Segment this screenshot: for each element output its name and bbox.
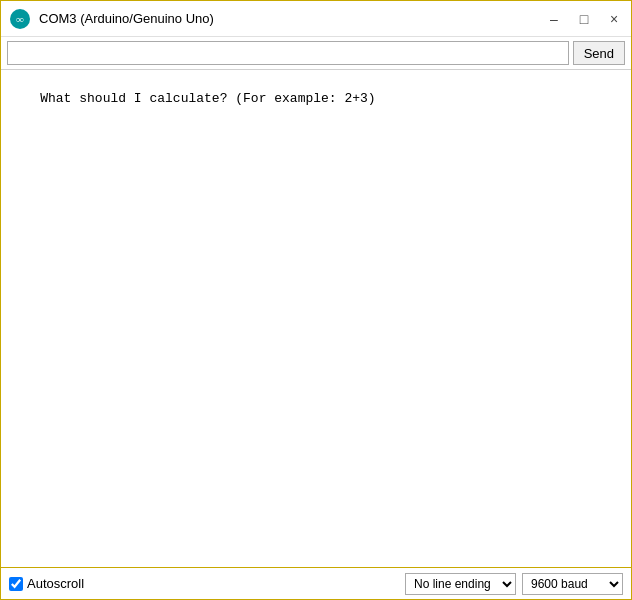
arduino-logo-icon: ∞ bbox=[9, 8, 31, 30]
window-controls: – □ × bbox=[545, 10, 623, 28]
close-button[interactable]: × bbox=[605, 10, 623, 28]
autoscroll-area: Autoscroll bbox=[9, 576, 405, 591]
window-title: COM3 (Arduino/Genuino Uno) bbox=[39, 11, 545, 26]
minimize-button[interactable]: – bbox=[545, 10, 563, 28]
line-ending-dropdown[interactable]: No line ending Newline Carriage return B… bbox=[405, 573, 516, 595]
toolbar: Send bbox=[1, 37, 631, 70]
autoscroll-label: Autoscroll bbox=[27, 576, 84, 591]
title-bar: ∞ COM3 (Arduino/Genuino Uno) – □ × bbox=[1, 1, 631, 37]
serial-output-area: What should I calculate? (For example: 2… bbox=[1, 70, 631, 567]
serial-input[interactable] bbox=[7, 41, 569, 65]
autoscroll-checkbox[interactable] bbox=[9, 577, 23, 591]
status-right: No line ending Newline Carriage return B… bbox=[405, 573, 623, 595]
main-window: ∞ COM3 (Arduino/Genuino Uno) – □ × Send … bbox=[0, 0, 632, 600]
svg-text:∞: ∞ bbox=[16, 13, 24, 25]
send-button[interactable]: Send bbox=[573, 41, 625, 65]
maximize-button[interactable]: □ bbox=[575, 10, 593, 28]
status-bar: Autoscroll No line ending Newline Carria… bbox=[1, 567, 631, 599]
baud-rate-dropdown[interactable]: 300 baud 1200 baud 2400 baud 4800 baud 9… bbox=[522, 573, 623, 595]
serial-output-text: What should I calculate? (For example: 2… bbox=[40, 91, 375, 106]
